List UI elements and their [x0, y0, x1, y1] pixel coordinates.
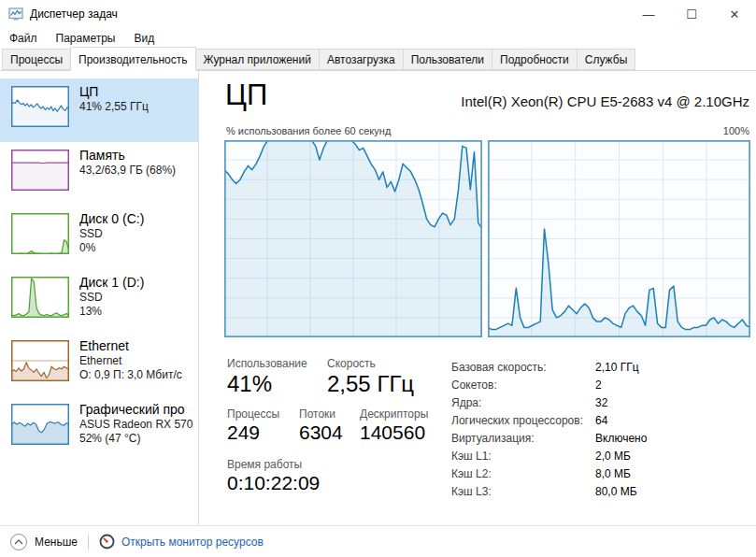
chevron-up-icon — [10, 534, 27, 550]
sidebar-disk1-type: SSD — [79, 291, 144, 305]
uptime-value: 0:10:22:09 — [227, 472, 320, 494]
sidebar-ethernet-name: Ethernet — [79, 354, 182, 368]
threads-label: Потоки — [299, 407, 335, 421]
sidebar-ethernet-throughput: О: 0,9 П: 3,0 Мбит/с — [79, 368, 182, 382]
sidebar-disk1-usage: 13% — [79, 305, 144, 319]
fewer-details-label: Меньше — [35, 536, 78, 549]
tab-processes[interactable]: Процессы — [2, 49, 71, 70]
menu-options[interactable]: Параметры — [56, 28, 116, 49]
page-title: ЦП — [225, 79, 267, 112]
logical-processors-label: Логических процессоров: — [451, 414, 583, 427]
chart-max-label: 100% — [723, 125, 749, 136]
uptime-label: Время работы — [227, 458, 302, 471]
app-icon — [8, 7, 23, 21]
tab-app-history[interactable]: Журнал приложений — [195, 49, 320, 70]
disk0-mini-chart — [11, 213, 69, 254]
processes-value: 249 — [227, 421, 260, 444]
menu-view[interactable]: Вид — [134, 28, 154, 49]
sidebar-item-gpu[interactable]: Графический про ASUS Radeon RX 570 Se 52… — [0, 396, 198, 460]
fewer-details-button[interactable]: Меньше — [10, 534, 78, 550]
menu-bar: Файл Параметры Вид — [0, 28, 756, 49]
speed-value: 2,55 ГГц — [327, 371, 414, 397]
resource-monitor-label: Открыть монитор ресурсов — [121, 536, 264, 549]
usage-label: Использование — [227, 357, 307, 370]
tab-details[interactable]: Подробности — [492, 49, 578, 70]
sockets-value: 2 — [595, 378, 602, 392]
open-resource-monitor-link[interactable]: Открыть монитор ресурсов — [99, 534, 264, 550]
speed-label: Скорость — [327, 357, 376, 370]
resource-monitor-icon — [99, 534, 115, 550]
sidebar-gpu-usage: 52% (47 °C) — [79, 432, 196, 446]
sidebar-cpu-stats: 41% 2,55 ГГц — [79, 100, 149, 114]
sidebar-item-memory[interactable]: Память 43,2/63,9 ГБ (68%) — [0, 142, 198, 206]
sidebar-item-disk0[interactable]: Диск 0 (C:) SSD 0% — [0, 206, 198, 269]
tab-bar: Процессы Производительность Журнал прило… — [0, 49, 756, 71]
task-manager-window: Диспетчер задач — ☐ ✕ Файл Параметры Вид… — [0, 0, 756, 557]
virtualization-label: Виртуализация: — [451, 432, 535, 445]
sidebar-ethernet-title: Ethernet — [79, 338, 182, 354]
cpu-mini-chart — [11, 86, 69, 127]
processes-label: Процессы — [227, 407, 279, 421]
cpu-model-name: Intel(R) Xeon(R) CPU E5-2683 v4 @ 2.10GH… — [461, 93, 749, 109]
l1-cache-label: Кэш L1: — [451, 450, 492, 463]
l3-cache-label: Кэш L3: — [451, 485, 492, 498]
handles-value: 140560 — [360, 421, 425, 444]
memory-mini-chart — [11, 150, 69, 191]
footer-divider — [88, 535, 89, 550]
l2-cache-label: Кэш L2: — [451, 467, 492, 480]
logical-processors-value: 64 — [595, 414, 607, 427]
title-bar: Диспетчер задач — ☐ ✕ — [0, 0, 756, 28]
base-speed-value: 2,10 ГГц — [595, 361, 639, 374]
base-speed-label: Базовая скорость: — [451, 361, 547, 374]
usage-value: 41% — [227, 371, 272, 397]
sidebar-gpu-title: Графический про — [79, 402, 196, 418]
cpu-detail-panel: ЦП Intel(R) Xeon(R) CPU E5-2683 v4 @ 2.1… — [200, 71, 756, 525]
sidebar-memory-title: Память — [79, 148, 176, 164]
window-title: Диспетчер задач — [30, 7, 118, 21]
threads-value: 6304 — [299, 421, 343, 444]
ethernet-mini-chart — [11, 340, 69, 381]
cores-value: 32 — [595, 396, 607, 409]
resource-sidebar: ЦП 41% 2,55 ГГц Память 43,2/63,9 ГБ (68%… — [0, 71, 199, 525]
close-button[interactable]: ✕ — [713, 0, 756, 28]
tab-users[interactable]: Пользователи — [403, 49, 492, 70]
sidebar-disk0-title: Диск 0 (C:) — [79, 211, 144, 227]
l1-cache-value: 2,0 МБ — [595, 450, 631, 463]
cpu-usage-chart-node0 — [224, 140, 482, 337]
sidebar-disk0-usage: 0% — [79, 241, 144, 255]
sidebar-item-disk1[interactable]: Диск 1 (D:) SSD 13% — [0, 269, 198, 333]
sidebar-disk0-type: SSD — [79, 227, 144, 241]
sidebar-item-cpu[interactable]: ЦП 41% 2,55 ГГц — [0, 79, 198, 142]
tab-performance[interactable]: Производительность — [70, 47, 195, 71]
sidebar-cpu-title: ЦП — [79, 84, 149, 100]
sockets-label: Сокетов: — [451, 378, 497, 392]
footer-bar: Меньше Открыть монитор ресурсов — [0, 525, 756, 557]
sidebar-disk1-title: Диск 1 (D:) — [79, 275, 144, 291]
handles-label: Дескрипторы — [360, 407, 428, 421]
sidebar-memory-stats: 43,2/63,9 ГБ (68%) — [79, 164, 176, 178]
tab-services[interactable]: Службы — [577, 49, 635, 70]
disk1-mini-chart — [11, 277, 69, 318]
sidebar-gpu-name: ASUS Radeon RX 570 Se — [79, 418, 196, 432]
minimize-button[interactable]: — — [627, 0, 670, 28]
l2-cache-value: 8,0 МБ — [595, 467, 631, 480]
sidebar-item-ethernet[interactable]: Ethernet Ethernet О: 0,9 П: 3,0 Мбит/с — [0, 333, 198, 396]
menu-file[interactable]: Файл — [9, 28, 37, 49]
cores-label: Ядра: — [451, 396, 481, 409]
cpu-usage-chart-node1 — [488, 140, 750, 337]
l3-cache-value: 80,0 МБ — [595, 485, 637, 498]
virtualization-value: Включено — [595, 432, 647, 445]
tab-startup[interactable]: Автозагрузка — [319, 49, 404, 70]
maximize-button[interactable]: ☐ — [670, 0, 713, 28]
chart-axis-label: % использования более 60 секунд — [226, 125, 391, 136]
performance-pane: ЦП 41% 2,55 ГГц Память 43,2/63,9 ГБ (68%… — [0, 71, 756, 525]
gpu-mini-chart — [11, 404, 69, 445]
window-controls: — ☐ ✕ — [627, 0, 756, 28]
